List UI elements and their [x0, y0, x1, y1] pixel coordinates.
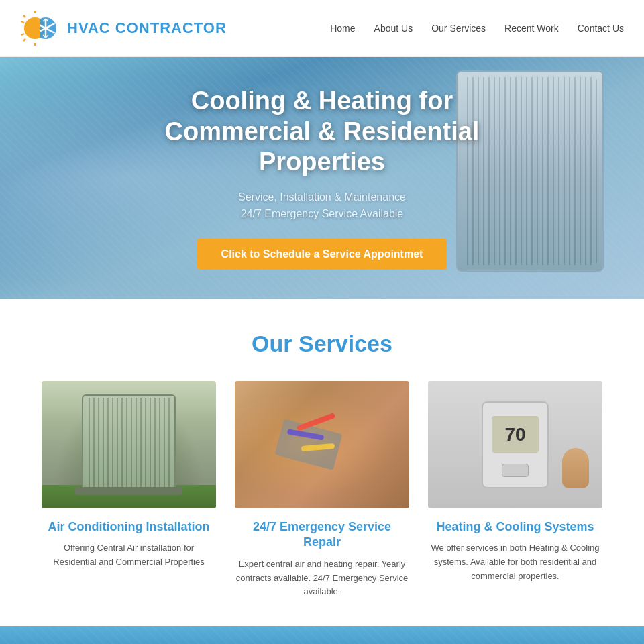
svg-line-6: [23, 15, 25, 17]
wire-yellow: [301, 443, 335, 451]
hero-subtext: Service, Installation & Maintenance 24/7…: [121, 189, 523, 223]
services-heading: Our Services: [27, 331, 617, 357]
service-title-hvac: Heating & Cooling Systems: [428, 519, 602, 535]
ac-grilles-image: [85, 398, 172, 492]
service-title-repair: 24/7 Emergency Service Repair: [235, 519, 409, 551]
nav-home[interactable]: Home: [330, 23, 355, 34]
svg-line-3: [21, 21, 24, 23]
wire-tool-decoration: [274, 419, 342, 470]
logo-text: HVAC Contractor: [67, 19, 227, 37]
service-desc-ac: Offering Central Air installation for Re…: [42, 541, 216, 570]
wire-red: [296, 413, 335, 431]
wire-blue: [287, 429, 325, 440]
header: HVAC Contractor Home About Us Our Servic…: [0, 0, 644, 57]
hero-section: Cooling & Heating for Commercial & Resid…: [0, 57, 644, 299]
logo-icon: [20, 8, 60, 48]
service-card-repair: 24/7 Emergency Service Repair Expert cen…: [235, 381, 409, 599]
banner-section: 24-hour Emergency Service • Affordable R…: [0, 626, 644, 644]
hero-headline: Cooling & Heating for Commercial & Resid…: [121, 86, 523, 178]
service-image-ac: [42, 381, 216, 508]
thermostat-button: [502, 464, 529, 477]
service-card-ac: Air Conditioning Installation Offering C…: [42, 381, 216, 599]
thermostat-device: 70: [482, 401, 549, 488]
finger-touch-decoration: [562, 448, 589, 488]
services-section: Our Services Air Conditioning Installati…: [0, 299, 644, 626]
service-image-hvac: 70: [428, 381, 602, 508]
svg-line-5: [21, 34, 24, 35]
nav-contact-us[interactable]: Contact Us: [578, 23, 624, 34]
nav-recent-work[interactable]: Recent Work: [504, 23, 559, 34]
service-card-hvac: 70 Heating & Cooling Systems We offer se…: [428, 381, 602, 599]
schedule-button[interactable]: Click to Schedule a Service Appointmet: [197, 239, 447, 270]
nav-our-services[interactable]: Our Services: [431, 23, 486, 34]
service-title-ac: Air Conditioning Installation: [42, 519, 216, 535]
service-image-repair: [235, 381, 409, 508]
hero-content: Cooling & Heating for Commercial & Resid…: [94, 86, 550, 270]
service-desc-repair: Expert central air and heating repair. Y…: [235, 557, 409, 599]
ac-base-image: [75, 487, 182, 495]
nav: Home About Us Our Services Recent Work C…: [330, 23, 624, 34]
svg-line-7: [23, 39, 25, 41]
services-grid: Air Conditioning Installation Offering C…: [27, 381, 617, 599]
thermostat-display: 70: [492, 416, 539, 453]
service-desc-hvac: We offer services in both Heating & Cool…: [428, 541, 602, 583]
logo-area: HVAC Contractor: [20, 8, 227, 48]
nav-about-us[interactable]: About Us: [374, 23, 413, 34]
